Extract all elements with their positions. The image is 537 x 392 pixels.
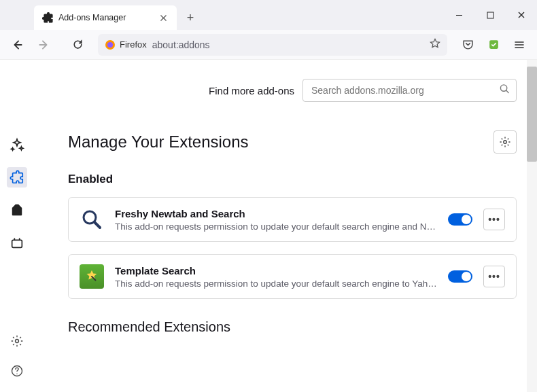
close-tab-button[interactable] — [158, 12, 169, 23]
maximize-button[interactable] — [474, 0, 506, 30]
page-title: Manage Your Extensions — [68, 132, 249, 152]
svg-rect-0 — [487, 12, 493, 18]
find-addons-label: Find more add-ons — [209, 85, 294, 96]
svg-point-2 — [107, 42, 113, 48]
template-icon — [80, 264, 104, 289]
url-text: about:addons — [152, 39, 424, 50]
back-button[interactable] — [7, 34, 29, 56]
tab-title: Add-ons Manager — [58, 13, 152, 22]
svg-rect-4 — [15, 205, 19, 210]
titlebar: Add-ons Manager + — [0, 0, 537, 30]
reload-button[interactable] — [67, 34, 88, 56]
new-tab-button[interactable]: + — [181, 8, 200, 27]
extensions-tab[interactable] — [7, 167, 27, 188]
settings-button[interactable] — [7, 331, 27, 351]
svg-point-6 — [16, 340, 19, 343]
minimize-button[interactable] — [443, 0, 474, 30]
plugins-tab[interactable] — [7, 232, 27, 253]
enabled-section-title: Enabled — [68, 173, 517, 186]
recommended-section-title: Recommended Extensions — [68, 319, 517, 335]
search-addons-input[interactable] — [302, 79, 517, 102]
more-options-button[interactable]: ••• — [483, 266, 505, 287]
search-icon — [500, 84, 510, 97]
app-menu-button[interactable] — [508, 34, 530, 56]
extension-desc: This add-on requests permission to updat… — [115, 279, 437, 289]
scroll-thumb[interactable] — [527, 67, 537, 162]
extension-card[interactable]: Freshy Newtab and Search This add-on req… — [68, 197, 517, 242]
firefox-icon — [105, 39, 116, 50]
more-options-button[interactable]: ••• — [483, 209, 505, 230]
svg-point-9 — [504, 141, 507, 144]
url-bar[interactable]: Firefox about:addons — [98, 34, 447, 56]
window-controls — [443, 0, 537, 30]
extension-name: Template Search — [115, 265, 437, 277]
help-button[interactable] — [7, 361, 27, 381]
enable-toggle[interactable] — [448, 213, 472, 226]
svg-rect-5 — [12, 240, 22, 247]
tools-button[interactable] — [493, 130, 517, 154]
themes-tab[interactable] — [7, 200, 27, 220]
extension-button[interactable] — [483, 34, 504, 56]
forward-button[interactable] — [33, 34, 54, 56]
pocket-button[interactable] — [457, 34, 479, 56]
puzzle-icon — [42, 12, 53, 23]
toolbar: Firefox about:addons — [0, 30, 537, 60]
site-identity: Firefox — [105, 39, 147, 50]
extension-desc: This add-on requests permission to updat… — [115, 221, 437, 232]
scrollbar[interactable] — [527, 60, 537, 392]
browser-tab[interactable]: Add-ons Manager — [34, 5, 177, 30]
close-window-button[interactable] — [506, 0, 537, 30]
recommendations-tab[interactable] — [7, 135, 27, 155]
enable-toggle[interactable] — [448, 270, 472, 283]
bookmark-star-icon[interactable] — [430, 38, 440, 52]
main-panel: Find more add-ons Manage Your Extensions… — [34, 60, 537, 392]
sidebar — [0, 60, 34, 392]
content: Find more add-ons Manage Your Extensions… — [0, 60, 537, 392]
extension-card[interactable]: Template Search This add-on requests per… — [68, 254, 517, 299]
identity-label: Firefox — [120, 39, 147, 50]
extension-name: Freshy Newtab and Search — [115, 208, 437, 219]
magnifier-icon — [80, 207, 104, 232]
